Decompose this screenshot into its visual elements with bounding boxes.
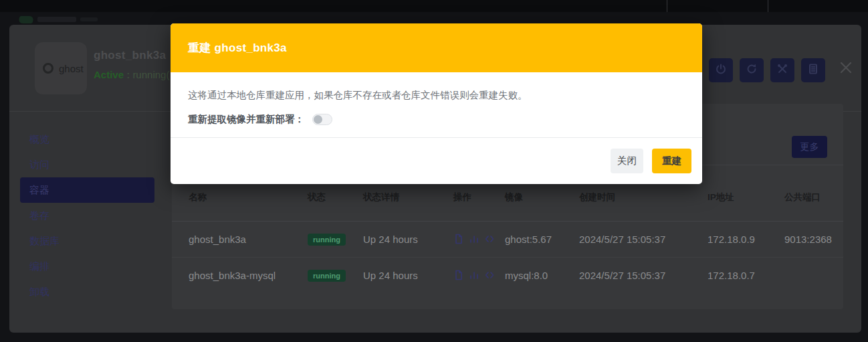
modal-footer: 关闭 重建 (171, 137, 702, 184)
toggle-knob-icon (314, 115, 322, 124)
modal-close-button[interactable]: 关闭 (611, 149, 643, 173)
toggle-label: 重新提取镜像并重新部署： (188, 113, 304, 126)
modal-title: 重建 ghost_bnk3a (188, 40, 287, 56)
modal-header: 重建 ghost_bnk3a (171, 23, 702, 72)
modal-description: 这将通过本地仓库重建应用，如果仓库不存在或者仓库文件错误则会重建失败。 (188, 89, 685, 102)
toggle-row: 重新提取镜像并重新部署： (188, 113, 685, 126)
modal-body: 这将通过本地仓库重建应用，如果仓库不存在或者仓库文件错误则会重建失败。 重新提取… (171, 72, 702, 126)
rebuild-modal: 重建 ghost_bnk3a 这将通过本地仓库重建应用，如果仓库不存在或者仓库文… (171, 23, 702, 184)
pull-image-toggle[interactable] (312, 114, 332, 125)
modal-rebuild-button[interactable]: 重建 (652, 149, 691, 173)
